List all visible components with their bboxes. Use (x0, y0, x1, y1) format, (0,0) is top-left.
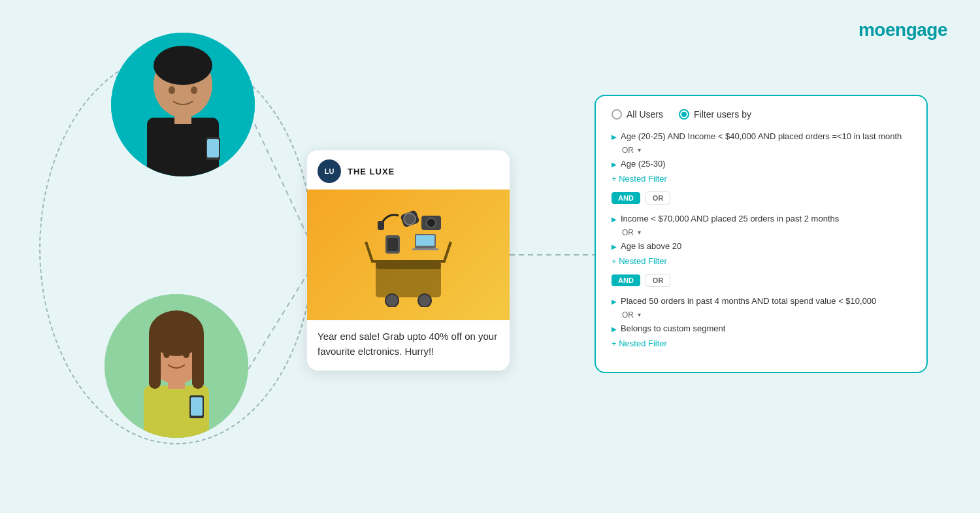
filter-condition-1-2[interactable]: ▶ Age (25-30) (612, 157, 911, 171)
svg-point-9 (191, 86, 197, 94)
nested-filter-label: + Nested Filter (612, 256, 667, 266)
card-image (307, 190, 510, 320)
or-connector-1: OR ▾ (622, 146, 911, 155)
svg-point-20 (183, 350, 189, 358)
or-text: OR (622, 228, 634, 237)
triangle-icon: ▶ (612, 324, 617, 334)
card-header: LU THE LUXE (307, 150, 510, 190)
filter-group-2: ▶ Income < $70,000 AND placed 25 orders … (612, 212, 911, 266)
filter-group-1: ▶ Age (20-25) AND Income < $40,000 AND p… (612, 130, 911, 184)
filter-condition-2-2[interactable]: ▶ Age is above 20 (612, 240, 911, 253)
filter-condition-1-1[interactable]: ▶ Age (20-25) AND Income < $40,000 AND p… (612, 130, 911, 143)
filter-panel: All Users Filter users by ▶ Age (20-25) … (595, 95, 928, 373)
svg-point-5 (154, 46, 212, 85)
condition-text: Placed 50 orders in past 4 months AND to… (621, 295, 876, 308)
or-badge[interactable]: OR (645, 274, 671, 287)
chevron-down-icon: ▾ (638, 146, 641, 154)
card-logo: LU (318, 159, 341, 183)
nested-filter-label: + Nested Filter (612, 339, 667, 348)
card-promo-text: Year end sale! Grab upto 40% off on your… (307, 320, 510, 371)
svg-rect-36 (412, 248, 438, 250)
svg-rect-35 (416, 235, 434, 246)
person-top-circle (111, 33, 255, 176)
svg-point-25 (385, 294, 399, 307)
triangle-icon: ▶ (612, 132, 617, 142)
and-or-divider-2: AND OR (612, 274, 911, 287)
svg-rect-17 (149, 330, 161, 389)
condition-text: Age (25-30) (621, 157, 666, 171)
or-text: OR (622, 310, 634, 320)
svg-point-26 (418, 294, 431, 307)
all-users-label: All Users (627, 109, 663, 120)
logo-text: moengage (858, 20, 947, 40)
filter-condition-2-1[interactable]: ▶ Income < $70,000 AND placed 25 orders … (612, 212, 911, 225)
svg-rect-11 (207, 139, 219, 157)
svg-point-19 (163, 350, 170, 358)
product-card: LU THE LUXE (307, 150, 510, 371)
and-badge[interactable]: AND (612, 192, 640, 204)
or-text: OR (622, 146, 634, 155)
all-users-radio[interactable]: All Users (612, 109, 663, 120)
condition-text: Belongs to custom segment (621, 322, 725, 335)
svg-rect-33 (387, 238, 398, 251)
filter-users-radio[interactable]: Filter users by (679, 109, 751, 120)
triangle-icon: ▶ (612, 214, 617, 224)
and-or-divider-1: AND OR (612, 191, 911, 205)
triangle-icon: ▶ (612, 242, 617, 252)
filter-users-radio-circle (679, 109, 689, 120)
chevron-down-icon: ▾ (638, 229, 641, 236)
svg-point-8 (169, 86, 175, 94)
triangle-icon: ▶ (612, 297, 617, 306)
person-bottom-circle (105, 294, 248, 438)
triangle-icon: ▶ (612, 159, 617, 169)
or-badge[interactable]: OR (645, 191, 671, 205)
condition-text: Age is above 20 (621, 240, 681, 253)
and-badge[interactable]: AND (612, 274, 640, 286)
nested-filter-1[interactable]: + Nested Filter (612, 174, 911, 184)
condition-text: Income < $70,000 AND placed 25 orders in… (621, 212, 839, 225)
moengage-logo: moengage (858, 20, 947, 41)
svg-rect-29 (378, 221, 384, 230)
condition-text: Age (20-25) AND Income < $40,000 AND pla… (621, 130, 902, 143)
nested-filter-2[interactable]: + Nested Filter (612, 256, 911, 266)
or-connector-2: OR ▾ (622, 228, 911, 237)
filter-group-3: ▶ Placed 50 orders in past 4 months AND … (612, 295, 911, 348)
or-connector-3: OR ▾ (622, 310, 911, 320)
filter-condition-3-1[interactable]: ▶ Placed 50 orders in past 4 months AND … (612, 295, 911, 308)
filter-condition-3-2[interactable]: ▶ Belongs to custom segment (612, 322, 911, 335)
filter-users-label: Filter users by (694, 109, 751, 120)
nested-filter-label: + Nested Filter (612, 174, 667, 184)
card-brand-name: THE LUXE (348, 167, 395, 176)
svg-point-31 (427, 218, 436, 227)
chevron-down-icon: ▾ (638, 311, 641, 318)
nested-filter-3[interactable]: + Nested Filter (612, 339, 911, 348)
svg-rect-7 (174, 111, 191, 124)
svg-rect-18 (192, 330, 204, 389)
svg-rect-22 (191, 397, 203, 416)
filter-header: All Users Filter users by (612, 109, 911, 120)
all-users-radio-circle (612, 109, 622, 120)
